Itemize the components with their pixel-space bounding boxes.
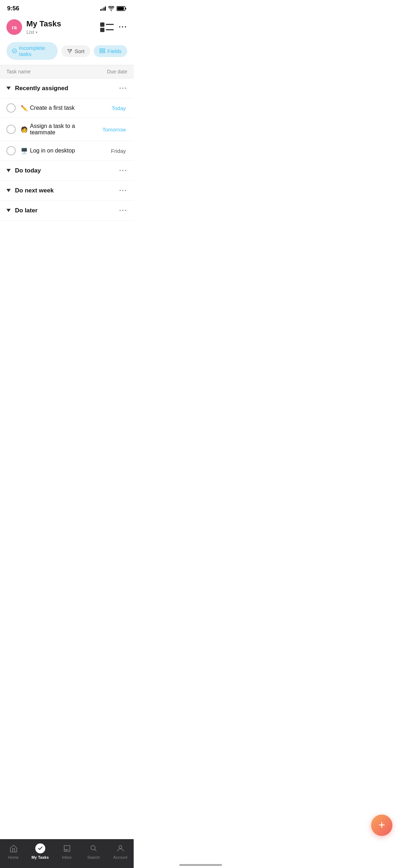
- section-header-recently-assigned[interactable]: Recently assigned ···: [0, 78, 134, 98]
- wifi-icon: [108, 6, 114, 11]
- section-collapse-arrow: [6, 87, 11, 90]
- task-row[interactable]: 🧑 Assign a task to a teammate Tomorrow: [0, 118, 134, 141]
- filter-bar: Incomplete tasks Sort Fields: [0, 39, 134, 65]
- section-header-do-today[interactable]: Do today ···: [0, 161, 134, 181]
- section-title: Recently assigned: [15, 85, 119, 92]
- signal-icon: [100, 6, 106, 11]
- col-task-name: Task name: [6, 69, 95, 74]
- section-collapse-arrow: [6, 189, 11, 192]
- status-icons: [100, 6, 127, 11]
- section-collapse-arrow: [6, 209, 11, 212]
- view-label: List: [26, 29, 34, 35]
- view-selector[interactable]: List ▾: [26, 29, 100, 35]
- sort-label: Sort: [74, 48, 84, 54]
- task-due-date: Friday: [95, 148, 127, 154]
- list-view-button[interactable]: [100, 22, 114, 32]
- sort-button[interactable]: Sort: [61, 45, 90, 57]
- fields-icon: [99, 48, 105, 54]
- task-due-date: Today: [95, 105, 127, 111]
- battery-icon: [117, 6, 127, 11]
- incomplete-tasks-filter[interactable]: Incomplete tasks: [6, 42, 58, 60]
- incomplete-tasks-label: Incomplete tasks: [19, 45, 52, 57]
- task-name: ✏️ Create a first task: [21, 105, 95, 112]
- header-title-group: My Tasks List ▾: [26, 19, 100, 35]
- svg-rect-2: [117, 7, 124, 10]
- task-emoji-icon: ✏️: [21, 105, 28, 112]
- fields-button[interactable]: Fields: [94, 45, 127, 57]
- page-title: My Tasks: [26, 19, 100, 29]
- section-header-do-later[interactable]: Do later ···: [0, 201, 134, 221]
- task-due-date: Tomorrow: [95, 126, 127, 133]
- header: ra My Tasks List ▾ ···: [0, 15, 134, 39]
- section-more-button[interactable]: ···: [119, 186, 127, 195]
- section-more-button[interactable]: ···: [119, 206, 127, 215]
- task-row[interactable]: ✏️ Create a first task Today: [0, 98, 134, 118]
- table-header: Task name Due date: [0, 65, 134, 78]
- header-actions: ···: [100, 22, 127, 32]
- task-emoji-icon: 🖥️: [21, 148, 28, 154]
- section-title: Do next week: [15, 187, 119, 194]
- svg-rect-1: [125, 8, 127, 10]
- status-time: 9:56: [7, 5, 19, 12]
- task-checkbox[interactable]: [6, 125, 16, 134]
- fields-label: Fields: [107, 48, 122, 54]
- task-emoji-icon: 🧑: [21, 126, 28, 133]
- section-header-do-next-week[interactable]: Do next week ···: [0, 181, 134, 201]
- task-checkbox[interactable]: [6, 103, 16, 113]
- section-collapse-arrow: [6, 169, 11, 172]
- task-checkbox[interactable]: [6, 146, 16, 155]
- section-title: Do later: [15, 207, 119, 214]
- status-bar: 9:56: [0, 0, 134, 15]
- col-due-date: Due date: [95, 69, 127, 74]
- task-name: 🖥️ Log in on desktop: [21, 148, 95, 154]
- avatar[interactable]: ra: [6, 19, 22, 35]
- task-row[interactable]: 🖥️ Log in on desktop Friday: [0, 141, 134, 161]
- check-circle-icon: [12, 48, 17, 54]
- sections-container: Recently assigned ··· ✏️ Create a first …: [0, 78, 134, 221]
- section-more-button[interactable]: ···: [119, 84, 127, 92]
- svg-rect-4: [100, 49, 105, 50]
- svg-point-3: [12, 49, 17, 53]
- list-view-icon: [100, 22, 114, 32]
- task-name: 🧑 Assign a task to a teammate: [21, 123, 95, 136]
- section-title: Do today: [15, 167, 119, 174]
- sort-icon: [67, 48, 72, 54]
- chevron-down-icon: ▾: [36, 30, 37, 34]
- section-more-button[interactable]: ···: [119, 166, 127, 175]
- svg-rect-5: [100, 51, 105, 53]
- more-options-button[interactable]: ···: [119, 22, 127, 32]
